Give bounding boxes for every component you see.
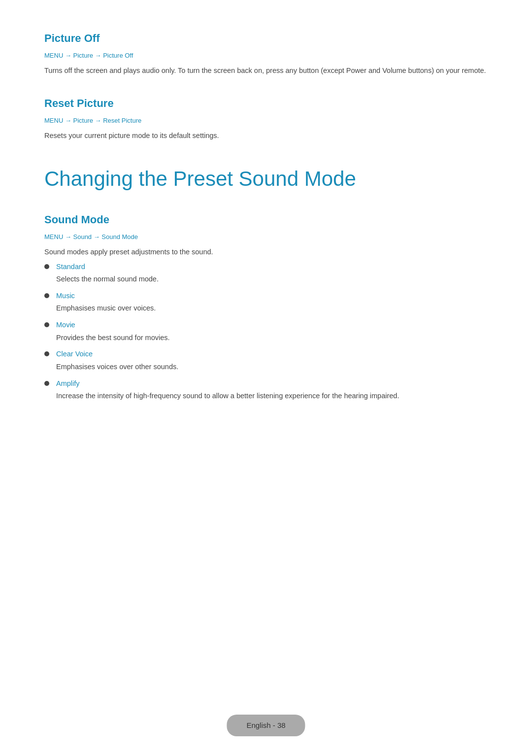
- bullet-content: Clear VoiceEmphasises voices over other …: [56, 348, 488, 373]
- bullet-dot-icon: [44, 322, 49, 327]
- picture-off-breadcrumb: MENU → Picture → Picture Off: [44, 51, 488, 61]
- picture-off-section: Picture Off MENU → Picture → Picture Off…: [44, 30, 488, 77]
- bullet-dot-icon: [44, 293, 49, 298]
- footer-label: English - 38: [246, 721, 285, 729]
- chapter-title: Changing the Preset Sound Mode: [44, 167, 488, 191]
- page-footer: English - 38: [227, 715, 305, 736]
- sound-mode-breadcrumb: MENU → Sound → Sound Mode: [44, 232, 488, 242]
- picture-off-breadcrumb-text: MENU → Picture → Picture Off: [44, 52, 133, 59]
- bullet-term: Standard: [56, 261, 488, 273]
- sound-mode-breadcrumb-text: MENU → Sound → Sound Mode: [44, 233, 138, 241]
- reset-picture-section: Reset Picture MENU → Picture → Reset Pic…: [44, 95, 488, 142]
- bullet-description: Selects the normal sound mode.: [56, 274, 488, 285]
- picture-off-description: Turns off the screen and plays audio onl…: [44, 65, 488, 77]
- picture-off-title: Picture Off: [44, 30, 488, 47]
- bullet-dot-icon: [44, 264, 49, 269]
- bullet-description: Increase the intensity of high-frequency…: [56, 390, 488, 402]
- sound-mode-title: Sound Mode: [44, 211, 488, 228]
- reset-picture-title: Reset Picture: [44, 95, 488, 112]
- bullet-content: MusicEmphasises music over voices.: [56, 290, 488, 314]
- bullet-term: Clear Voice: [56, 348, 488, 360]
- bullet-description: Emphasises music over voices.: [56, 303, 488, 314]
- reset-picture-breadcrumb-text: MENU → Picture → Reset Picture: [44, 117, 141, 124]
- bullet-dot-icon: [44, 351, 49, 356]
- sound-mode-section: Sound Mode MENU → Sound → Sound Mode Sou…: [44, 211, 488, 402]
- bullet-dot-icon: [44, 381, 49, 386]
- bullet-description: Provides the best sound for movies.: [56, 332, 488, 344]
- sound-mode-intro: Sound modes apply preset adjustments to …: [44, 246, 488, 258]
- bullet-content: StandardSelects the normal sound mode.: [56, 261, 488, 285]
- reset-picture-breadcrumb: MENU → Picture → Reset Picture: [44, 116, 488, 126]
- bullet-term: Movie: [56, 319, 488, 331]
- sound-mode-list: StandardSelects the normal sound mode.Mu…: [44, 261, 488, 402]
- list-item: AmplifyIncrease the intensity of high-fr…: [44, 378, 488, 402]
- reset-picture-description: Resets your current picture mode to its …: [44, 130, 488, 142]
- list-item: MusicEmphasises music over voices.: [44, 290, 488, 314]
- bullet-content: AmplifyIncrease the intensity of high-fr…: [56, 378, 488, 402]
- list-item: StandardSelects the normal sound mode.: [44, 261, 488, 285]
- bullet-content: MovieProvides the best sound for movies.: [56, 319, 488, 344]
- bullet-description: Emphasises voices over other sounds.: [56, 361, 488, 373]
- list-item: Clear VoiceEmphasises voices over other …: [44, 348, 488, 373]
- list-item: MovieProvides the best sound for movies.: [44, 319, 488, 344]
- bullet-term: Amplify: [56, 378, 488, 389]
- bullet-term: Music: [56, 290, 488, 302]
